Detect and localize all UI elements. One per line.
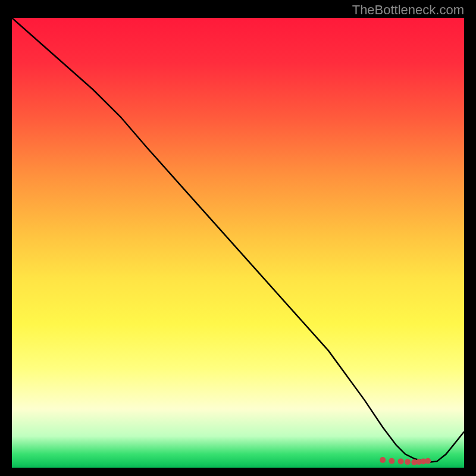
data-curve xyxy=(12,18,464,462)
data-marker xyxy=(398,458,404,464)
chart-svg xyxy=(12,18,464,468)
chart-container xyxy=(12,18,464,468)
watermark-text: TheBottleneck.com xyxy=(352,2,464,18)
data-marker xyxy=(380,457,386,463)
data-marker xyxy=(389,458,394,464)
data-marker xyxy=(425,458,431,464)
data-marker xyxy=(405,459,411,465)
data-markers xyxy=(380,457,431,465)
